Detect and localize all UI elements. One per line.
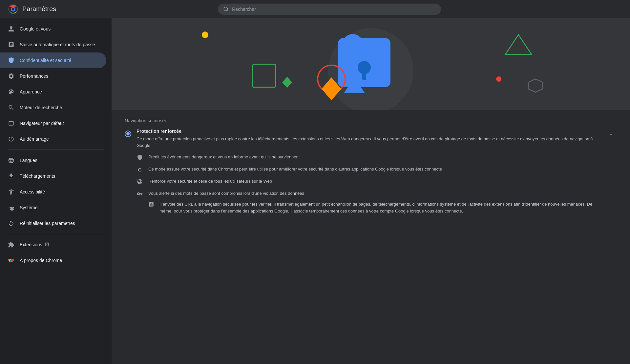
header: Paramètres [0,0,630,18]
sidebar-label-google-vous: Google et vous [20,26,51,32]
speed-icon [8,73,14,79]
chrome-logo-icon [8,4,18,14]
search-bar[interactable] [218,4,441,15]
feature-list: Prédit les événements dangereux et vous … [136,154,600,197]
shield-icon [8,57,14,64]
language-icon [8,157,14,164]
palette-icon [8,89,14,95]
main-layout: Google et vous Saisie automatique et mot… [0,18,630,364]
search-icon-sidebar [8,104,14,111]
sidebar-label-apropos: À propos de Chrome [20,257,62,263]
external-link-icon [45,242,49,248]
assignment-icon [8,41,14,48]
svg-point-8 [10,260,11,261]
svg-point-11 [202,31,208,38]
option-title: Protection renforcée [136,129,600,134]
sidebar-item-demarrage[interactable]: Au démarrage [0,131,106,147]
sidebar-item-apparence[interactable]: Apparence [0,84,106,100]
protection-renforcee-option[interactable]: Protection renforcée Ce mode offre une p… [125,129,617,220]
section-title: Navigation sécurisée [125,118,617,123]
sidebar-item-google-vous[interactable]: Google et vous [0,21,106,37]
feature-text-google: Ce mode assure votre sécurité dans Chrom… [148,166,600,172]
sidebar-label-reinitialiser: Réinitialiser les paramètres [20,220,75,226]
feature-text-key: Vous alerte si des mots de passe sont co… [148,190,600,197]
sidebar: Google et vous Saisie automatique et mot… [0,18,112,364]
person-icon [8,26,14,32]
sidebar-label-navigateur: Navigateur par défaut [20,120,64,126]
svg-point-4 [12,8,14,10]
page-title: Paramètres [22,5,56,13]
sidebar-label-langues: Langues [20,157,37,163]
expanded-description: Il envoie des URL à la navigation sécuri… [136,201,600,215]
feature-item-google: G Ce mode assure votre sécurité dans Chr… [136,166,600,173]
sidebar-divider-2 [8,234,104,234]
sidebar-item-langues[interactable]: Langues [0,152,106,168]
hero-illustration [112,18,630,110]
sidebar-item-navigateur[interactable]: Navigateur par défaut [0,115,106,131]
radio-selected[interactable] [125,131,131,137]
radio-button-protection[interactable] [125,129,131,137]
chrome-icon [8,257,14,264]
content-area: Navigation sécurisée Protection renforcé… [112,18,630,364]
sidebar-item-reinitialiser[interactable]: Réinitialiser les paramètres [0,215,106,231]
svg-point-22 [496,76,501,82]
sidebar-item-apropos[interactable]: À propos de Chrome [0,253,106,268]
key-icon [136,191,143,197]
sidebar-label-moteur: Moteur de recherche [20,105,62,111]
settings-icon [8,204,14,211]
accessibility-icon [8,189,14,195]
feature-text-predict: Prédit les événements dangereux et vous … [148,154,600,160]
sidebar-item-performances[interactable]: Performances [0,68,106,84]
search-icon [223,6,229,12]
sidebar-label-systeme: Système [20,205,37,211]
sidebar-label-accessibilite: Accessibilité [20,189,45,195]
header-logo: Paramètres [8,4,119,14]
sidebar-label-confidentialite: Confidentialité et sécurité [20,57,71,63]
sidebar-item-telechargements[interactable]: Téléchargements [0,168,106,184]
extensions-label-group: Extensions [20,242,49,248]
feature-item-key: Vous alerte si des mots de passe sont co… [136,190,600,197]
chart-icon [148,201,154,210]
extension-icon [8,241,14,248]
svg-point-5 [224,7,228,11]
sidebar-item-accessibilite[interactable]: Accessibilité [0,184,106,200]
globe-icon [136,178,143,185]
feature-text-globe: Renforce votre sécurité et celle de tous… [148,178,600,185]
sidebar-label-apparence: Apparence [20,89,42,95]
sidebar-label-saisie-auto: Saisie automatique et mots de passe [20,42,95,48]
web-icon [8,120,14,127]
sidebar-label-extensions: Extensions [20,242,42,248]
sidebar-item-systeme[interactable]: Système [0,200,106,215]
expanded-desc-text: Il envoie des URL à la navigation sécuri… [159,201,600,215]
hero-svg [112,18,630,110]
svg-rect-15 [362,70,366,80]
expanded-desc-inner: Il envoie des URL à la navigation sécuri… [148,201,600,215]
sidebar-label-telechargements: Téléchargements [20,173,55,179]
sidebar-item-extensions[interactable]: Extensions [0,237,106,253]
search-input[interactable] [232,7,436,12]
shield-feature-icon [136,154,143,161]
content-body: Navigation sécurisée Protection renforcé… [112,110,630,228]
power-icon [8,136,14,142]
sidebar-divider-1 [8,150,104,150]
google-g-icon: G [136,166,143,173]
sidebar-item-saisie-auto[interactable]: Saisie automatique et mots de passe [0,37,106,52]
feature-item-globe: Renforce votre sécurité et celle de tous… [136,178,600,185]
option-content: Protection renforcée Ce mode offre une p… [136,129,600,215]
chevron-up-button[interactable] [605,129,617,140]
sidebar-label-performances: Performances [20,73,48,79]
sidebar-label-demarrage: Au démarrage [20,136,49,142]
download-icon [8,173,14,179]
sidebar-item-confidentialite[interactable]: Confidentialité et sécurité [0,52,106,68]
sidebar-item-moteur[interactable]: Moteur de recherche [0,100,106,115]
feature-item-predict: Prédit les événements dangereux et vous … [136,154,600,161]
history-icon [8,220,14,227]
option-desc: Ce mode offre une protection proactive e… [136,136,600,149]
